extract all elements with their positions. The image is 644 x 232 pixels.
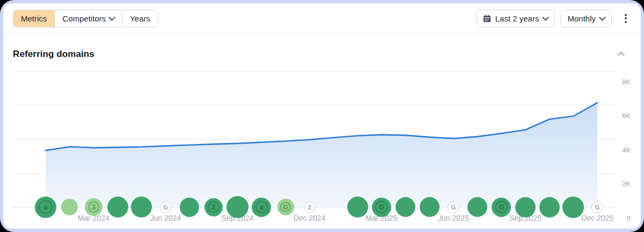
- timeline-badge[interactable]: [347, 197, 368, 218]
- timeline-badge[interactable]: G: [372, 198, 391, 217]
- page-title: Referring domains: [13, 49, 94, 60]
- badge-glyph: G: [495, 201, 508, 213]
- tab-competitors[interactable]: Competitors: [54, 10, 122, 27]
- badge-glyph: G: [280, 202, 291, 213]
- kebab-icon: [625, 14, 627, 16]
- screenshot-root: Metrics Competitors Years: [0, 0, 644, 232]
- view-segmented-control: Metrics Competitors Years: [13, 10, 158, 27]
- badge-glyph: 3: [88, 201, 99, 213]
- timeline-badge[interactable]: [539, 197, 560, 218]
- chevron-down-icon: [599, 14, 606, 21]
- tab-competitors-label: Competitors: [62, 14, 106, 23]
- timeline-badge[interactable]: [396, 197, 415, 217]
- collapse-panel-button[interactable]: [616, 47, 627, 61]
- timeline-badge[interactable]: G: [277, 199, 294, 215]
- badge-glyph: a: [39, 200, 53, 214]
- metrics-card: Metrics Competitors Years: [3, 3, 641, 229]
- timeline-badge[interactable]: 2: [204, 198, 223, 216]
- timeline-badge[interactable]: G: [492, 198, 511, 217]
- timeline-badge[interactable]: [107, 197, 128, 218]
- timeline-badge[interactable]: [562, 197, 584, 218]
- timeline-badge[interactable]: [180, 198, 199, 217]
- tab-metrics[interactable]: Metrics: [13, 10, 54, 27]
- date-range-label: Last 2 years: [495, 14, 539, 23]
- chevron-up-icon: [618, 52, 625, 59]
- timeline-badge[interactable]: 3: [85, 198, 103, 216]
- calendar-icon: [483, 15, 491, 23]
- panel-header: Referring domains: [3, 34, 641, 61]
- toolbar: Metrics Competitors Years: [3, 3, 641, 34]
- tab-years-label: Years: [130, 14, 150, 23]
- timeline-badge[interactable]: G: [591, 201, 603, 213]
- granularity-label: Monthly: [567, 14, 596, 23]
- tab-metrics-label: Metrics: [21, 14, 47, 23]
- date-range-button[interactable]: Last 2 years: [476, 10, 555, 27]
- badge-glyph: 2: [208, 201, 219, 213]
- badge-glyph: a: [255, 201, 268, 213]
- badge-glyph: G: [375, 201, 387, 213]
- timeline-badge[interactable]: G: [448, 201, 459, 213]
- tab-years[interactable]: Years: [122, 10, 158, 27]
- timeline-badge[interactable]: a: [35, 197, 56, 218]
- timeline-badge[interactable]: [515, 197, 536, 218]
- timeline-badge[interactable]: [61, 199, 78, 215]
- widget-frame: Metrics Competitors Years: [0, 0, 644, 232]
- chevron-down-icon: [543, 14, 550, 21]
- timeline-badge[interactable]: a: [252, 198, 271, 217]
- timeline-badge[interactable]: 2: [304, 201, 316, 213]
- granularity-button[interactable]: Monthly: [560, 10, 612, 27]
- timeline-badge[interactable]: G: [160, 201, 172, 213]
- toolbar-right: Last 2 years Monthly: [476, 10, 631, 27]
- timeline-badge[interactable]: [226, 196, 248, 218]
- timeline-badge[interactable]: [467, 197, 487, 217]
- timeline-badge[interactable]: [420, 197, 440, 217]
- chevron-down-icon: [108, 14, 115, 21]
- more-options-button[interactable]: [620, 10, 631, 26]
